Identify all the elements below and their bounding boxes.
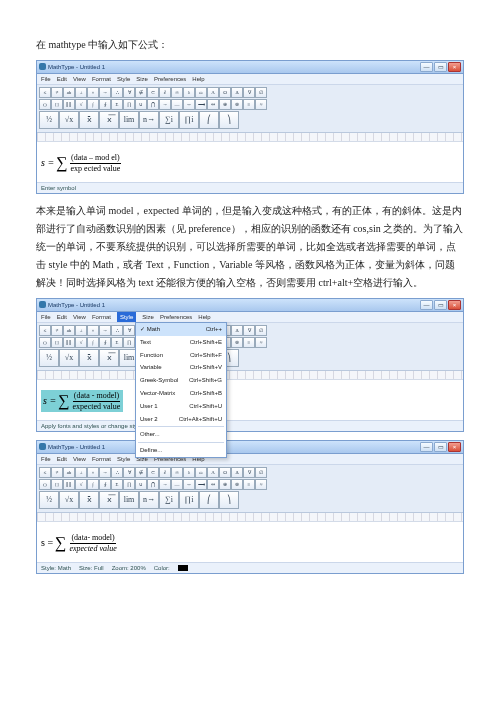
toolbar-symbol[interactable]: ∑i — [159, 111, 179, 129]
window-maximize-button[interactable]: ▭ — [434, 62, 447, 72]
toolbar-symbol[interactable]: x̄ — [79, 111, 99, 129]
toolbar-symbol[interactable]: ω — [195, 87, 207, 98]
toolbar-symbol[interactable]: ⊂ — [147, 467, 159, 478]
toolbar-symbol[interactable]: ∇ — [243, 87, 255, 98]
toolbar-symbol[interactable]: ∏i — [179, 491, 199, 509]
toolbar-symbol[interactable]: → — [159, 479, 171, 490]
toolbar-symbol[interactable]: ab — [63, 87, 75, 98]
toolbar-symbol[interactable]: ½ — [39, 111, 59, 129]
toolbar-symbol[interactable]: ↔ — [183, 479, 195, 490]
toolbar-symbol[interactable]: [] — [51, 479, 63, 490]
toolbar-symbol[interactable]: ∏i — [179, 111, 199, 129]
menu-format[interactable]: Format — [92, 74, 111, 85]
toolbar-symbol[interactable]: → — [99, 325, 111, 336]
toolbar-symbol[interactable]: Δ — [231, 467, 243, 478]
toolbar-symbol[interactable]: ⎛ — [199, 111, 219, 129]
toolbar-symbol[interactable]: ∴ — [111, 325, 123, 336]
toolbar-symbol[interactable]: ⎞ — [219, 111, 239, 129]
toolbar-symbol[interactable]: ⊗ — [231, 337, 243, 348]
toolbar-symbol[interactable]: ∉ — [135, 87, 147, 98]
toolbar-symbol[interactable]: ∅ — [255, 467, 267, 478]
toolbar-symbol[interactable]: ∀ — [123, 325, 135, 336]
toolbar-symbol[interactable]: ≈ — [255, 479, 267, 490]
menu-edit[interactable]: Edit — [57, 74, 67, 85]
toolbar-symbol[interactable]: ⊗ — [231, 479, 243, 490]
menu-view[interactable]: View — [73, 74, 86, 85]
toolbar-symbol[interactable]: x̄ — [79, 491, 99, 509]
style-menu-item[interactable]: User 2Ctrl+Alt+Shift+U — [136, 413, 226, 426]
toolbar-symbol[interactable]: ∇ — [243, 467, 255, 478]
equation-area[interactable]: s = ∑ (data- model)expected value — [37, 522, 463, 562]
toolbar-symbol[interactable]: → — [99, 87, 111, 98]
toolbar-symbol[interactable]: ± — [75, 467, 87, 478]
menu-help[interactable]: Help — [192, 74, 204, 85]
toolbar-symbol[interactable]: ⎛ — [199, 491, 219, 509]
toolbar-symbol[interactable]: ∫ — [87, 337, 99, 348]
toolbar-symbol[interactable]: √x — [59, 349, 79, 367]
toolbar-symbol[interactable]: λ — [183, 87, 195, 98]
toolbar-symbol[interactable]: λ — [183, 467, 195, 478]
toolbar-symbol[interactable]: ≡ — [243, 99, 255, 110]
toolbar-symbol[interactable]: ⇔ — [207, 479, 219, 490]
toolbar-symbol[interactable]: ∮ — [99, 99, 111, 110]
toolbar-symbol[interactable]: Σ — [111, 337, 123, 348]
style-menu-item[interactable]: Define... — [136, 444, 226, 457]
menu-size[interactable]: Size — [136, 74, 148, 85]
toolbar-symbol[interactable]: [] — [51, 99, 63, 110]
toolbar-symbol[interactable]: × — [87, 87, 99, 98]
toolbar-symbol[interactable]: ½ — [39, 349, 59, 367]
toolbar-symbol[interactable]: ≡ — [243, 479, 255, 490]
toolbar-symbol[interactable]: ∀ — [123, 87, 135, 98]
toolbar-symbol[interactable]: ½ — [39, 491, 59, 509]
toolbar-symbol[interactable]: ⎞ — [219, 491, 239, 509]
toolbar-symbol[interactable]: ⋂ — [147, 479, 159, 490]
toolbar-symbol[interactable]: ∮ — [99, 337, 111, 348]
toolbar-symbol[interactable]: × — [87, 467, 99, 478]
toolbar-symbol[interactable]: ⇔ — [207, 99, 219, 110]
toolbar-symbol[interactable]: ≠ — [51, 467, 63, 478]
toolbar-symbol[interactable]: ∂ — [159, 467, 171, 478]
toolbar-symbol[interactable]: x̄ — [79, 349, 99, 367]
toolbar-symbol[interactable]: ∴ — [111, 467, 123, 478]
toolbar-symbol[interactable]: Δ — [231, 87, 243, 98]
toolbar-symbol[interactable]: ⋂ — [147, 99, 159, 110]
toolbar-symbol[interactable]: ⊕ — [219, 99, 231, 110]
toolbar-symbol[interactable]: ∅ — [255, 325, 267, 336]
toolbar-symbol[interactable]: ∏ — [123, 337, 135, 348]
equation-area[interactable]: s = ∑ (data – mod el) exp ected value — [37, 142, 463, 182]
toolbar-symbol[interactable]: √ — [75, 479, 87, 490]
toolbar-symbol[interactable]: ∞ — [171, 467, 183, 478]
toolbar-symbol[interactable]: ∀ — [123, 467, 135, 478]
toolbar-symbol[interactable]: — — [171, 479, 183, 490]
toolbar-symbol[interactable]: Λ — [207, 87, 219, 98]
toolbar-symbol[interactable]: () — [39, 99, 51, 110]
toolbar-symbol[interactable]: → — [159, 99, 171, 110]
toolbar-symbol[interactable]: ab — [63, 325, 75, 336]
toolbar-symbol[interactable]: √ — [75, 99, 87, 110]
toolbar-symbol[interactable]: × — [87, 325, 99, 336]
toolbar-symbol[interactable]: n→ — [139, 491, 159, 509]
toolbar-symbol[interactable]: [] — [51, 337, 63, 348]
style-menu-item[interactable]: FunctionCtrl+Shift+F — [136, 349, 226, 362]
window-close-button[interactable]: × — [448, 62, 461, 72]
toolbar-symbol[interactable]: ≤ — [39, 325, 51, 336]
toolbar-symbol[interactable]: ⊂ — [147, 87, 159, 98]
toolbar-symbol[interactable]: Σ — [111, 99, 123, 110]
toolbar-symbol[interactable]: ‖‖ — [63, 479, 75, 490]
toolbar-symbol[interactable]: ∪ — [135, 99, 147, 110]
toolbar-symbol[interactable]: ∴ — [111, 87, 123, 98]
style-menu-item[interactable]: Other... — [136, 428, 226, 441]
toolbar-symbol[interactable]: ∞ — [171, 87, 183, 98]
toolbar-symbol[interactable]: ‖‖ — [63, 337, 75, 348]
toolbar-symbol[interactable]: ∏ — [123, 99, 135, 110]
style-menu-item[interactable]: VariableCtrl+Shift+V — [136, 361, 226, 374]
toolbar-symbol[interactable]: ∪ — [135, 479, 147, 490]
toolbar-symbol[interactable]: ω — [195, 467, 207, 478]
equation-area[interactable]: s = ∑ (data - model)expected value — [37, 380, 463, 420]
toolbar-symbol[interactable]: ⟶ — [195, 479, 207, 490]
menu-style[interactable]: Style — [117, 74, 130, 85]
style-menu-item[interactable]: Vector-MatrixCtrl+Shift+B — [136, 387, 226, 400]
toolbar-symbol[interactable]: ≡ — [243, 337, 255, 348]
toolbar-symbol[interactable]: ≤ — [39, 467, 51, 478]
toolbar-symbol[interactable]: ∮ — [99, 479, 111, 490]
